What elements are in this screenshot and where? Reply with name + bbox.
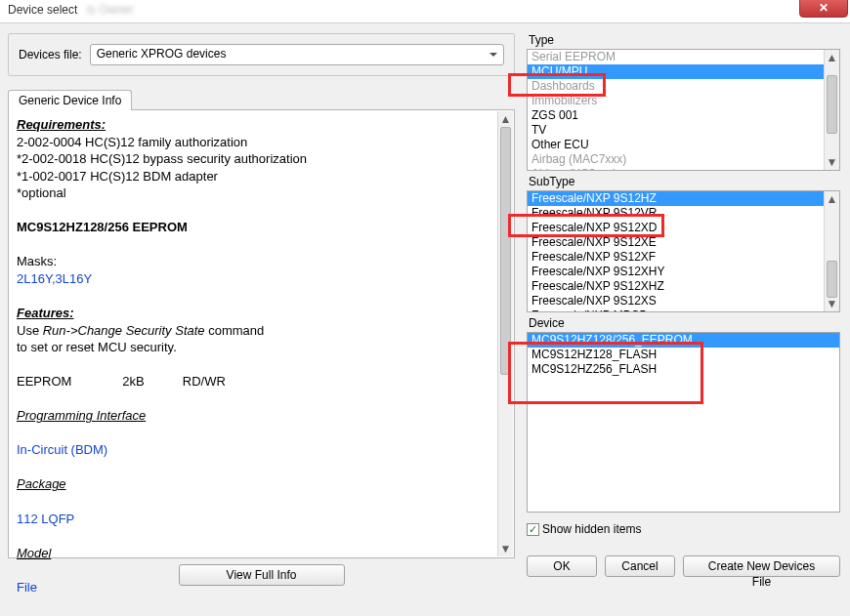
subtype-item[interactable]: Freescale/NXP 9S12XHY bbox=[528, 265, 839, 279]
type-listbox[interactable]: Serial EEPROMMCU/MPUDashboardsImmobilize… bbox=[527, 49, 840, 171]
tab-generic-device-info[interactable]: Generic Device Info bbox=[8, 90, 132, 110]
create-new-devices-file-button[interactable]: Create New Devices File bbox=[683, 555, 840, 577]
device-listbox[interactable]: MC9S12HZ128/256_EEPROMMC9S12HZ128_FLASHM… bbox=[527, 332, 840, 513]
features-heading: Features: bbox=[17, 305, 489, 322]
type-item[interactable]: Other ECU bbox=[528, 138, 839, 152]
device-label: Device bbox=[529, 316, 840, 330]
device-item[interactable]: MC9S12HZ128_FLASH bbox=[528, 348, 839, 362]
device-item[interactable]: MC9S12HZ256_FLASH bbox=[528, 362, 839, 377]
type-item[interactable]: TV bbox=[528, 123, 839, 138]
package-value[interactable]: 112 LQFP bbox=[17, 511, 489, 528]
subtype-scrollbar[interactable]: ▲ ▼ bbox=[824, 191, 839, 311]
scroll-thumb[interactable] bbox=[827, 261, 837, 298]
subtype-item[interactable]: Freescale/NXP 9S12HZ bbox=[528, 191, 839, 206]
subtype-item[interactable]: Freescale/NXP 9S12XHZ bbox=[528, 279, 839, 294]
file-label[interactable]: File bbox=[17, 579, 489, 596]
devices-file-dropdown[interactable]: Generic XPROG devices bbox=[90, 44, 504, 65]
programming-interface-heading: Programming Interface bbox=[17, 407, 489, 425]
devices-file-label: Devices file: bbox=[19, 48, 82, 62]
scroll-up-icon[interactable]: ▲ bbox=[825, 191, 839, 207]
requirements-heading: Requirements: bbox=[17, 116, 489, 134]
scroll-down-icon[interactable]: ▼ bbox=[825, 296, 839, 311]
type-item[interactable]: Airbag (MAC7xxx) bbox=[528, 152, 839, 167]
device-info-content: Requirements: 2-002-0004 HC(S)12 family … bbox=[17, 116, 506, 595]
close-button[interactable]: ✕ bbox=[799, 0, 848, 18]
subtype-label: SubType bbox=[529, 175, 840, 188]
scroll-down-icon[interactable]: ▼ bbox=[498, 541, 513, 556]
show-hidden-checkbox[interactable]: ✓ bbox=[527, 523, 539, 536]
info-scrollbar[interactable]: ▲ ▼ bbox=[497, 111, 513, 556]
type-item[interactable]: Immobilizers bbox=[528, 94, 839, 108]
subtype-item[interactable]: Freescale/NXP MPC5xx bbox=[528, 308, 839, 312]
requirement-line: *2-002-0018 HC(S)12 bypass security auth… bbox=[17, 150, 489, 168]
type-item[interactable]: ZGS 001 bbox=[528, 108, 839, 123]
feature-line: to set or reset MCU security. bbox=[17, 339, 489, 356]
devices-file-value: Generic XPROG devices bbox=[97, 47, 227, 61]
device-title: MC9S12HZ128/256 EEPROM bbox=[17, 219, 489, 236]
scroll-up-icon[interactable]: ▲ bbox=[825, 50, 839, 65]
subtype-item[interactable]: Freescale/NXP 9S12VR bbox=[528, 206, 839, 221]
type-label: Type bbox=[529, 33, 840, 47]
subtype-item[interactable]: Freescale/NXP 9S12XS bbox=[528, 294, 839, 308]
scroll-thumb[interactable] bbox=[500, 127, 511, 375]
device-item[interactable]: MC9S12HZ128/256_EEPROM bbox=[528, 333, 839, 348]
window-title: Device select bbox=[8, 3, 77, 17]
subtype-item[interactable]: Freescale/NXP 9S12XD bbox=[528, 221, 839, 235]
ok-button[interactable]: OK bbox=[527, 555, 597, 577]
type-item[interactable]: Dashboards bbox=[528, 79, 839, 94]
scroll-up-icon[interactable]: ▲ bbox=[498, 111, 513, 127]
device-info-panel: Requirements: 2-002-0004 HC(S)12 family … bbox=[8, 109, 515, 558]
type-item[interactable]: MCU/MPU bbox=[528, 64, 839, 79]
subtype-listbox[interactable]: Freescale/NXP 9S12HZFreescale/NXP 9S12VR… bbox=[527, 190, 840, 312]
masks-value[interactable]: 2L16Y,3L16Y bbox=[17, 270, 489, 288]
model-heading: Model bbox=[17, 545, 489, 562]
devices-file-group: Devices file: Generic XPROG devices bbox=[8, 33, 515, 76]
masks-label: Masks: bbox=[17, 253, 489, 270]
subtype-item[interactable]: Freescale/NXP 9S12XF bbox=[528, 250, 839, 265]
subtype-item[interactable]: Freescale/NXP 9S12XE bbox=[528, 235, 839, 250]
requirement-line: 2-002-0004 HC(S)12 family authorization bbox=[17, 134, 489, 151]
title-bar: Device select ts Owner ✕ bbox=[0, 0, 850, 23]
type-item[interactable]: Serial EEPROM bbox=[528, 50, 839, 64]
package-heading: Package bbox=[17, 475, 489, 493]
cancel-button[interactable]: Cancel bbox=[605, 555, 675, 577]
type-scrollbar[interactable]: ▲ ▼ bbox=[824, 50, 839, 170]
type-item[interactable]: Airbag (XC2xxx) bbox=[528, 167, 839, 171]
scroll-thumb[interactable] bbox=[827, 75, 837, 134]
programming-interface-value[interactable]: In-Circuit (BDM) bbox=[17, 441, 489, 459]
feature-line: Use Run->Change Security State command bbox=[17, 322, 489, 340]
show-hidden-row[interactable]: ✓ Show hidden items bbox=[527, 522, 840, 536]
scroll-down-icon[interactable]: ▼ bbox=[825, 154, 839, 170]
requirement-line: *1-002-0017 HC(S)12 BDM adapter bbox=[17, 168, 489, 185]
eeprom-row: EEPROM 2kB RD/WR bbox=[17, 373, 489, 390]
close-icon: ✕ bbox=[819, 1, 829, 15]
show-hidden-label: Show hidden items bbox=[542, 522, 641, 536]
requirement-line: *optional bbox=[17, 185, 489, 202]
title-blur: ts Owner bbox=[87, 3, 134, 17]
